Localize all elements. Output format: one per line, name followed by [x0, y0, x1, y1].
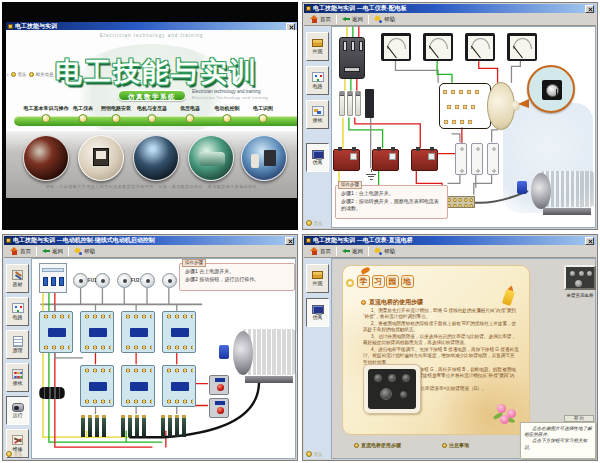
menu-item-basics[interactable]: 电工基本常识与操作 — [24, 105, 69, 111]
package-icon — [312, 271, 323, 279]
music-icon[interactable] — [11, 72, 16, 77]
main-breaker[interactable] — [39, 263, 67, 293]
drum-switch[interactable] — [439, 83, 491, 129]
magnifier-callout[interactable] — [527, 65, 575, 113]
window-meter-board: 电工技能与实训 —电工仪表·配电板 首页 返回 帮助 外观 — [302, 2, 598, 230]
sidebar-label: 接线 — [13, 381, 23, 386]
app-icon — [8, 24, 13, 29]
home-icon — [310, 15, 318, 23]
music-control[interactable]: 音乐 — [6, 451, 23, 457]
menu-button-4[interactable] — [148, 114, 157, 123]
help-button[interactable]: 帮助 — [371, 246, 398, 256]
menu-button-6[interactable] — [223, 114, 232, 123]
home-button[interactable]: 首页 — [307, 14, 334, 24]
sidebar-item-wiring[interactable]: 接线 — [306, 100, 329, 129]
device-thumbnail[interactable] — [564, 265, 596, 290]
toolbar-separator — [336, 247, 337, 256]
menu-item-motor-control[interactable]: 电动机控制 — [215, 105, 240, 111]
menu-item-motors-transformers[interactable]: 电机与变压器 — [137, 105, 167, 111]
menu-button-5[interactable] — [186, 114, 195, 123]
pushbutton-station-2[interactable] — [209, 398, 229, 418]
help-button[interactable]: 帮助 — [71, 246, 98, 256]
sidebar: 外观 仿真 — [304, 258, 331, 459]
menu-item-instruments[interactable]: 电工仪表 — [73, 105, 93, 111]
line-reactor — [39, 387, 65, 399]
back-button[interactable]: 返回 — [339, 14, 366, 24]
music-label[interactable]: 音乐 — [18, 72, 27, 77]
contactor-5[interactable] — [80, 365, 114, 407]
product-photo-meter — [78, 135, 124, 181]
menu-item-lighting[interactable]: 照明电路安装 — [101, 105, 131, 111]
back-button[interactable]: 返回 — [39, 246, 66, 256]
sidebar-item-equipment[interactable]: 器材 — [6, 264, 29, 293]
relay-unit-2 — [471, 143, 483, 175]
music-control[interactable]: 音乐 — [306, 451, 323, 457]
steps-tab: 操作步骤 — [338, 181, 362, 189]
sidebar-item-wiring[interactable]: 接线 — [6, 363, 29, 392]
toolbar: 首页 返回 帮助 — [304, 245, 596, 258]
contactor-1[interactable] — [39, 311, 73, 353]
sidebar-item-run[interactable]: 运行 — [6, 396, 29, 425]
home-button[interactable]: 首页 — [7, 246, 34, 256]
menu-item-lv-apparatus[interactable]: 低压电器 — [180, 105, 200, 111]
close-button[interactable] — [285, 237, 294, 245]
selector-knob[interactable] — [546, 84, 559, 97]
back-button[interactable]: 返回 — [339, 246, 366, 256]
link-label: 直流电桥使用步骤 — [361, 442, 401, 448]
credit-line: 研制：大连海事大学信息工程学院仿真教育技术研究所 出版：高等教育出版社 高等教育… — [6, 184, 297, 189]
sidebar: 外观 电路 接线 仿真 — [304, 26, 331, 228]
sidebar-item-simulation[interactable]: 仿真 — [306, 298, 329, 327]
sidebar-item-principle[interactable]: 原理 — [6, 330, 29, 359]
help-icon — [374, 15, 382, 23]
stamp-char: 习 — [372, 275, 385, 288]
sidebar-item-circuit[interactable]: 电路 — [306, 66, 329, 95]
contactor-4[interactable] — [162, 311, 196, 353]
product-photo-breaker — [133, 135, 179, 181]
main-title: 电工技能与实训 — [44, 54, 269, 90]
menu-button-7[interactable] — [259, 114, 268, 123]
contactor-6[interactable] — [121, 365, 155, 407]
link-usage-steps[interactable]: 直流电桥使用步骤 — [354, 442, 401, 448]
info-icon[interactable] — [29, 72, 34, 77]
step-line-1: 步骤1：合上电源开关。 — [341, 190, 443, 198]
window-title: 电工技能与实训 —电工仪表·直流电桥 — [313, 236, 413, 245]
fuse-tube — [355, 91, 361, 116]
menu-button-1[interactable] — [42, 114, 51, 123]
music-icon — [306, 220, 312, 226]
starting-resistor — [128, 415, 132, 437]
contactor-3[interactable] — [121, 311, 155, 353]
menu-button-3[interactable] — [112, 114, 121, 123]
music-control[interactable]: 音乐 — [306, 220, 323, 226]
close-button[interactable] — [585, 5, 594, 13]
contactor-7[interactable] — [162, 365, 196, 407]
starting-resistor — [182, 415, 186, 437]
content-heading-row: 直流电桥的使用步骤 — [361, 298, 423, 307]
sidebar-item-circuit[interactable]: 电路 — [6, 297, 29, 326]
starting-resistor — [175, 415, 179, 437]
step-line-1: 步骤1 合上电源开关。 — [185, 268, 290, 276]
pencil-mascot-decoration — [502, 289, 515, 306]
help-button[interactable]: 帮助 — [371, 14, 398, 24]
titlebar-dc-bridge: 电工技能与实训 —电工仪表·直流电桥 — [304, 236, 596, 245]
sidebar-label: 外观 — [313, 281, 323, 286]
motor-run-icon — [12, 403, 24, 412]
toolbar: 首页 返回 帮助 — [4, 245, 296, 258]
close-button[interactable] — [585, 237, 594, 245]
link-precautions[interactable]: 注意事项 — [442, 442, 469, 448]
home-button[interactable]: 首页 — [307, 246, 334, 256]
relay-unit-1 — [455, 143, 467, 175]
analog-meter-3 — [465, 33, 495, 61]
help-line-2: 点击下方按钮可学习相关知识。 — [524, 438, 592, 450]
pushbutton-station-1[interactable] — [209, 375, 229, 395]
menu-item-drawings[interactable]: 电工识图 — [253, 105, 273, 111]
sidebar-item-simulation[interactable]: 仿真 — [306, 143, 329, 172]
sidebar-label: 接线 — [313, 118, 323, 123]
starting-resistor — [135, 415, 139, 437]
main-breaker[interactable] — [339, 37, 365, 79]
package-icon — [312, 39, 323, 47]
collapse-arrow-icon[interactable]: ‹ — [7, 72, 9, 77]
menu-button-2[interactable] — [79, 114, 88, 123]
contactor-2[interactable] — [80, 311, 114, 353]
sidebar-item-appearance[interactable]: 外观 — [306, 32, 329, 61]
sidebar-item-appearance[interactable]: 外观 — [306, 264, 329, 293]
